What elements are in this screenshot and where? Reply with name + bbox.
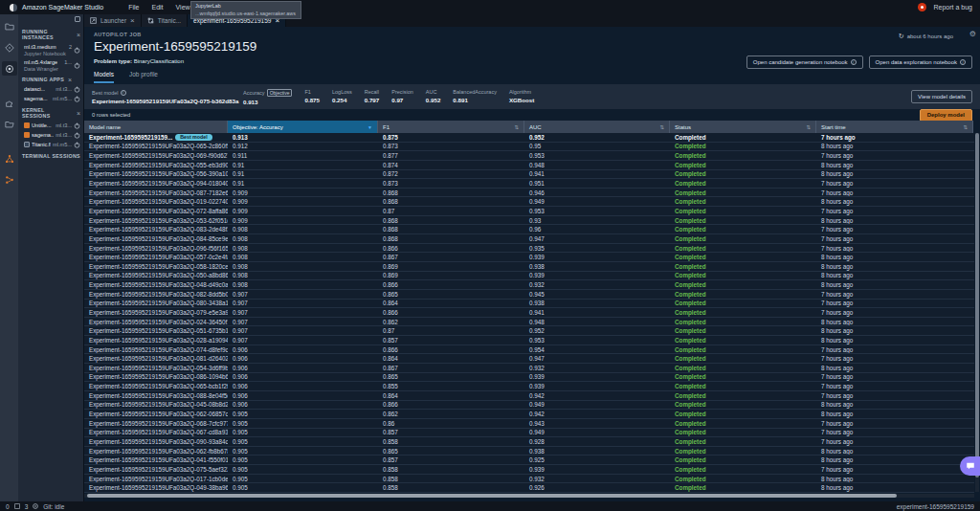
extensions-icon[interactable] <box>2 96 17 110</box>
tab-job-profile[interactable]: Job profile <box>129 71 158 83</box>
table-row[interactable]: Experiment-1659595219159UFa03a2Q-084-85c… <box>84 234 974 244</box>
menu-file[interactable]: File <box>128 4 139 11</box>
session-item[interactable]: datasci...ml.t3... <box>18 84 83 94</box>
shutdown-power-icon[interactable] <box>74 132 80 139</box>
menu-view[interactable]: View <box>176 4 190 11</box>
tab-models[interactable]: Models <box>94 71 114 83</box>
sort-desc-icon[interactable]: ▼ <box>368 124 372 130</box>
table-row[interactable]: Experiment-1659595219159...Best model0.9… <box>84 133 974 143</box>
table-row[interactable]: Experiment-1659595219159UFa03a2Q-045-08b… <box>84 401 974 411</box>
table-row[interactable]: Experiment-1659595219159UFa03a2Q-082-8dd… <box>84 290 974 300</box>
shutdown-power-icon[interactable] <box>74 122 80 129</box>
session-item[interactable]: Untitle...ml.t3... <box>18 121 83 130</box>
table-row[interactable]: Experiment-1659595219159UFa03a2Q-028-a19… <box>84 336 974 345</box>
section-close-icon[interactable]: × <box>77 33 80 37</box>
open-notebook-button[interactable]: Open data exploration notebooki <box>869 56 972 69</box>
table-row[interactable]: Experiment-1659595219159UFa03a2Q-050-a8b… <box>84 272 974 281</box>
table-row[interactable]: Experiment-1659595219159UFa03a2Q-019-022… <box>84 197 974 207</box>
table-row[interactable]: Experiment-1659595219159UFa03a2Q-058-182… <box>84 262 974 272</box>
vertical-scrollbar[interactable] <box>975 133 979 492</box>
notification-badge-icon[interactable] <box>918 3 926 11</box>
table-row[interactable]: Experiment-1659595219159UFa03a2Q-056-390… <box>84 170 974 180</box>
shutdown-power-icon[interactable] <box>74 47 80 54</box>
sort-icon[interactable]: ⇅ <box>514 124 519 130</box>
table-row[interactable]: Experiment-1659595219159UFa03a2Q-096-f56… <box>84 244 974 254</box>
table-row[interactable]: Experiment-1659595219159UFa03a2Q-062-fb8… <box>84 447 974 456</box>
table-row[interactable]: Experiment-1659595219159UFa03a2Q-094-018… <box>84 179 974 189</box>
column-header-start-time[interactable]: Start time⇅ <box>816 121 973 133</box>
file-browser-icon[interactable] <box>2 19 17 33</box>
sagemaker-experiments-icon[interactable] <box>2 151 17 166</box>
terminals-count[interactable]: 0 <box>6 503 10 510</box>
session-item[interactable]: Titanic.fl...ml.m5... <box>18 140 83 149</box>
table-row[interactable]: Experiment-1659595219159UFa03a2Q-072-8af… <box>84 207 974 216</box>
table-row[interactable]: Experiment-1659595219159UFa03a2Q-083-2de… <box>84 225 974 234</box>
open-notebook-button[interactable]: Open candidate generation notebooki <box>746 56 863 69</box>
panel-collapse-icon[interactable] <box>75 16 80 22</box>
table-row[interactable]: Experiment-1659595219159UFa03a2Q-049-38b… <box>84 483 974 493</box>
table-row[interactable]: Experiment-1659595219159UFa03a2Q-024-364… <box>84 318 974 327</box>
table-row[interactable]: Experiment-1659595219159UFa03a2Q-053-62f… <box>84 216 974 226</box>
tab-launcher[interactable]: Launcher× <box>84 14 142 27</box>
info-icon[interactable]: i <box>121 90 126 96</box>
horizontal-scrollbar[interactable] <box>84 494 974 498</box>
sort-icon[interactable]: ⇅ <box>659 124 664 130</box>
refresh-icon[interactable]: ↻ <box>899 33 904 40</box>
session-item[interactable]: sagema...ml.m5... <box>18 94 83 103</box>
table-row[interactable]: Experiment-1659595219159UFa03a2Q-067-cd8… <box>84 429 974 438</box>
table-row[interactable]: Experiment-1659595219159UFa03a2Q-041-f55… <box>84 455 974 465</box>
table-row[interactable]: Experiment-1659595219159UFa03a2Q-065-bcb… <box>84 382 974 391</box>
open-tabs-icon[interactable] <box>2 117 17 131</box>
table-row[interactable]: Experiment-1659595219159UFa03a2Q-069-f90… <box>84 151 974 161</box>
table-row[interactable]: Experiment-1659595219159UFa03a2Q-054-3d6… <box>84 364 974 373</box>
table-row[interactable]: Experiment-1659595219159UFa03a2Q-079-e5e… <box>84 308 974 318</box>
git-icon[interactable] <box>2 40 17 55</box>
git-status[interactable]: Git: idle <box>43 503 64 510</box>
section-close-icon[interactable]: × <box>77 111 80 116</box>
terminal-count-icon[interactable] <box>14 503 20 509</box>
table-row[interactable]: Experiment-1659595219159UFa03a2Q-055-eb3… <box>84 161 974 170</box>
table-row[interactable]: Experiment-1659595219159UFa03a2Q-074-d8f… <box>84 345 974 355</box>
table-row[interactable]: Experiment-1659595219159UFa03a2Q-086-109… <box>84 373 974 383</box>
sort-icon[interactable]: ⇅ <box>963 124 968 130</box>
shutdown-power-icon[interactable] <box>74 142 80 148</box>
shutdown-power-icon[interactable] <box>74 62 80 69</box>
tab-close-icon[interactable]: × <box>130 18 135 24</box>
table-row[interactable]: Experiment-1659595219159UFa03a2Q-051-673… <box>84 326 974 336</box>
column-header-model-name[interactable]: Model name <box>84 121 228 133</box>
table-row[interactable]: Experiment-1659595219159UFa03a2Q-017-1cb… <box>84 475 974 484</box>
settings-gear-icon[interactable]: ⚙ <box>969 30 976 38</box>
session-item[interactable]: ml.m5.4xlarge1...Data Wrangler <box>18 57 83 73</box>
table-row[interactable]: Experiment-1659595219159UFa03a2Q-057-0c2… <box>84 253 974 262</box>
column-header-f1[interactable]: F1⇅ <box>378 121 524 133</box>
table-row[interactable]: Experiment-1659595219159UFa03a2Q-048-d49… <box>84 280 974 290</box>
chat-fab-button[interactable] <box>960 456 980 476</box>
kernels-count[interactable]: 3 <box>25 503 29 510</box>
deploy-model-button[interactable]: Deploy model <box>920 109 972 122</box>
tab-titanic-[interactable]: Titanic... <box>142 14 188 27</box>
session-item[interactable]: ml.t3.medium2Jupyter Notebook <box>18 42 83 57</box>
table-row[interactable]: Experiment-1659595219159UFa03a2Q-087-718… <box>84 189 974 198</box>
table-row[interactable]: Experiment-1659595219159UFa03a2Q-068-7cf… <box>84 419 974 429</box>
sagemaker-pipelines-icon[interactable] <box>2 172 17 187</box>
table-row[interactable]: Experiment-1659595219159UFa03a2Q-062-068… <box>84 410 974 419</box>
report-a-bug-link[interactable]: Report a bug <box>934 4 972 11</box>
view-model-details-button[interactable]: View model details <box>911 90 972 103</box>
shutdown-power-icon[interactable] <box>74 86 80 93</box>
kernel-count-icon[interactable] <box>33 503 38 509</box>
column-header-objective-accuracy[interactable]: Objective: Accuracy▼ <box>228 121 378 133</box>
table-row[interactable]: Experiment-1659595219159UFa03a2Q-088-8e0… <box>84 391 974 401</box>
session-item[interactable]: sagema...ml.t3... <box>18 130 83 140</box>
table-row[interactable]: Experiment-1659595219159UFa03a2Q-065-2c8… <box>84 143 974 152</box>
table-row[interactable]: Experiment-1659595219159UFa03a2Q-081-d26… <box>84 354 974 364</box>
menu-edit[interactable]: Edit <box>152 4 164 11</box>
table-row[interactable]: Experiment-1659595219159UFa03a2Q-090-93a… <box>84 437 974 447</box>
table-row[interactable]: Experiment-1659595219159UFa03a2Q-075-5ae… <box>84 465 974 475</box>
section-close-icon[interactable]: × <box>68 78 72 82</box>
running-terminals-icon[interactable] <box>2 61 17 76</box>
sort-icon[interactable]: ⇅ <box>806 124 811 130</box>
column-header-auc[interactable]: AUC⇅ <box>524 121 670 133</box>
column-header-status[interactable]: Status⇅ <box>670 121 816 133</box>
shutdown-power-icon[interactable] <box>74 96 80 102</box>
table-row[interactable]: Experiment-1659595219159UFa03a2Q-080-343… <box>84 300 974 309</box>
